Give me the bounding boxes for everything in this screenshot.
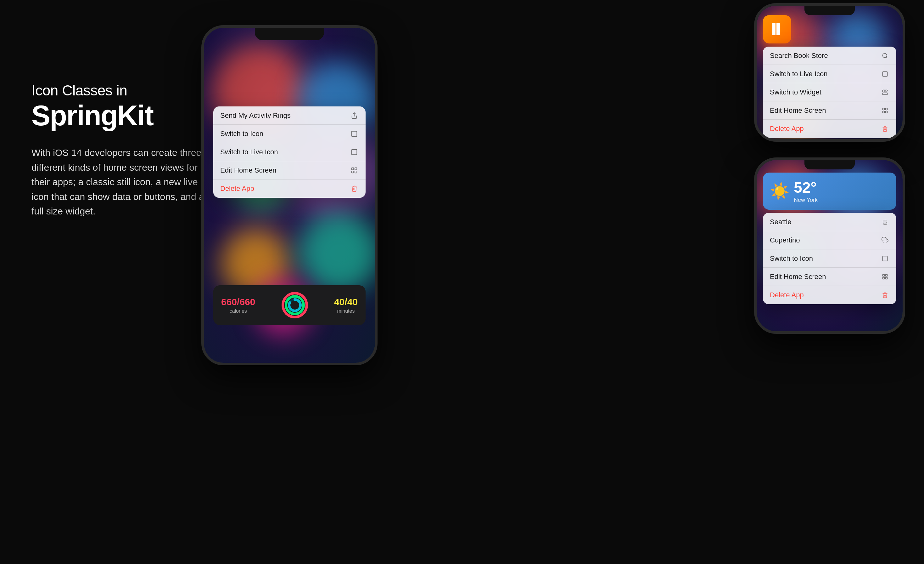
center-context-menu: Send My Activity Rings Switch to Icon (213, 107, 366, 198)
menu-switch-icon-label: Switch to Icon (220, 130, 263, 138)
notch (255, 28, 324, 40)
svg-rect-22 (883, 108, 885, 110)
svg-rect-36 (883, 277, 885, 279)
menu-edit-home-label: Edit Home Screen (220, 166, 276, 174)
svg-rect-19 (883, 90, 885, 92)
cloud-sun-icon (880, 218, 890, 226)
weather-edit-home[interactable]: Edit Home Screen (763, 268, 896, 286)
weather-temp: 52° (794, 179, 818, 196)
svg-rect-37 (886, 277, 888, 279)
cloud-rain-icon (880, 236, 890, 245)
left-section: Icon Classes in SpringKit With iOS 14 de… (32, 82, 214, 219)
square-icon3 (880, 254, 890, 263)
search-icon (880, 51, 890, 60)
weather-delete[interactable]: Delete App (763, 286, 896, 304)
square-live-icon2 (880, 69, 890, 78)
books-edit-home[interactable]: Edit Home Screen (763, 101, 896, 120)
svg-rect-3 (352, 167, 354, 169)
svg-rect-16 (777, 23, 779, 35)
weather-seattle[interactable]: Seattle (763, 213, 896, 231)
description: With iOS 14 developers can create three … (32, 146, 214, 219)
phone-bottom-right: ☀️ 52° New York Seattle (754, 158, 905, 334)
weather-cupertino-label: Cupertino (770, 236, 800, 244)
trash-icon3 (880, 291, 890, 299)
menu-switch-icon[interactable]: Switch to Icon (213, 125, 366, 143)
svg-point-17 (883, 53, 887, 57)
books-search-label: Search Book Store (770, 52, 828, 60)
svg-rect-1 (352, 131, 357, 136)
phone-center: Send My Activity Rings Switch to Icon (201, 25, 378, 365)
square-icon (350, 129, 358, 138)
minutes-label: minutes (334, 308, 358, 314)
title: SpringKit (32, 101, 214, 130)
svg-rect-33 (883, 256, 888, 261)
svg-rect-15 (772, 23, 775, 35)
weather-switch-icon[interactable]: Switch to Icon (763, 250, 896, 268)
svg-rect-34 (883, 274, 885, 276)
menu-send-activity-label: Send My Activity Rings (220, 111, 291, 120)
books-edit-home-label: Edit Home Screen (770, 107, 826, 114)
svg-rect-18 (883, 71, 888, 76)
books-switch-widget[interactable]: Switch to Widget (763, 83, 896, 101)
widget-icon (880, 88, 890, 97)
weather-cupertino[interactable]: Cupertino (763, 231, 896, 250)
svg-rect-24 (883, 111, 885, 113)
menu-send-activity[interactable]: Send My Activity Rings (213, 107, 366, 125)
books-switch-widget-label: Switch to Widget (770, 88, 822, 96)
svg-rect-6 (355, 171, 357, 173)
books-search[interactable]: Search Book Store (763, 47, 896, 65)
weather-edit-home-label: Edit Home Screen (770, 273, 826, 281)
svg-rect-23 (886, 108, 888, 110)
books-delete[interactable]: Delete App (763, 120, 896, 138)
weather-sun-icon: ☀️ (770, 182, 789, 200)
books-switch-live[interactable]: Switch to Live Icon (763, 65, 896, 83)
weather-widget: ☀️ 52° New York (763, 173, 896, 210)
grid-icon2 (880, 106, 890, 115)
menu-switch-live-icon[interactable]: Switch to Live Icon (213, 143, 366, 161)
svg-rect-5 (352, 171, 354, 173)
activity-widget: 660/660 calories (213, 285, 366, 325)
weather-city: New York (794, 197, 818, 203)
calories-stat: 660/660 calories (221, 297, 255, 314)
svg-rect-2 (352, 149, 357, 155)
share-icon (350, 111, 358, 120)
activity-ring (280, 291, 309, 319)
grid-icon3 (880, 272, 890, 281)
calories-value: 660/660 (221, 297, 255, 307)
minutes-stat: 40/40 minutes (334, 297, 358, 314)
menu-switch-live-icon-label: Switch to Live Icon (220, 148, 278, 156)
menu-delete-app[interactable]: Delete App (213, 179, 366, 198)
trash-icon2 (880, 124, 890, 133)
menu-edit-home[interactable]: Edit Home Screen (213, 161, 366, 179)
weather-delete-label: Delete App (770, 291, 804, 299)
grid-icon (350, 166, 358, 175)
weather-context-menu: Seattle Cupertino (763, 213, 896, 304)
svg-rect-25 (886, 111, 888, 113)
weather-switch-icon-label: Switch to Icon (770, 254, 813, 263)
books-context-menu: Search Book Store Switch to Live Icon (763, 47, 896, 138)
svg-rect-20 (885, 90, 888, 91)
books-delete-label: Delete App (770, 125, 804, 133)
trash-icon (350, 184, 358, 193)
minutes-value: 40/40 (334, 297, 358, 307)
phone-top-right: Search Book Store Switch to Live Icon (754, 3, 905, 142)
weather-seattle-label: Seattle (770, 218, 792, 226)
svg-rect-4 (355, 167, 357, 169)
svg-rect-21 (883, 93, 888, 95)
books-app-icon[interactable] (763, 15, 791, 44)
square-live-icon (350, 148, 358, 156)
books-switch-live-label: Switch to Live Icon (770, 70, 827, 78)
svg-rect-35 (886, 274, 888, 276)
menu-delete-app-label: Delete App (220, 185, 254, 193)
subtitle: Icon Classes in (32, 82, 214, 99)
calories-label: calories (221, 308, 255, 314)
